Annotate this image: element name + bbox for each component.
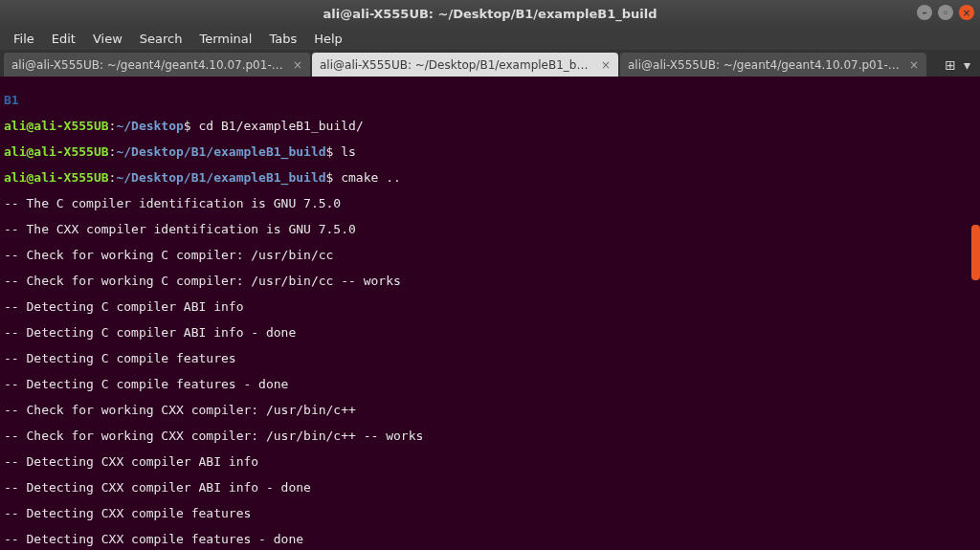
prompt-command: ls: [341, 144, 356, 159]
menu-bar: File Edit View Search Terminal Tabs Help: [0, 27, 980, 50]
window-title: ali@ali-X555UB: ~/Desktop/B1/exampleB1_b…: [323, 7, 657, 21]
terminal-output: -- Detecting C compile features - done: [4, 378, 976, 391]
tab-label: ali@ali-X555UB: ~/geant4/geant4.10.07.p0…: [628, 58, 902, 72]
prompt-user: ali@ali-X555UB: [4, 144, 109, 159]
tab-close-icon[interactable]: ×: [293, 58, 302, 72]
terminal-output: -- Detecting C compiler ABI info: [4, 300, 976, 314]
terminal-output: -- Detecting CXX compiler ABI info: [4, 455, 976, 469]
minimize-button[interactable]: –: [917, 5, 932, 20]
tab-close-icon[interactable]: ×: [601, 58, 611, 72]
terminal-tab[interactable]: ali@ali-X555UB: ~/Desktop/B1/exampleB1_b…: [312, 53, 618, 77]
window-controls: – ◦ ×: [917, 5, 974, 20]
terminal-output: -- Check for working C compiler: /usr/bi…: [4, 275, 976, 288]
terminal-output: -- Check for working CXX compiler: /usr/…: [4, 429, 976, 443]
close-button[interactable]: ×: [959, 5, 974, 20]
tab-label: ali@ali-X555UB: ~/geant4/geant4.10.07.p0…: [11, 58, 285, 72]
tab-label: ali@ali-X555UB: ~/Desktop/B1/exampleB1_b…: [320, 58, 593, 72]
tab-toolbar: ⊞ ▾: [939, 53, 976, 77]
prompt-user: ali@ali-X555UB: [4, 119, 109, 133]
prompt-user: ali@ali-X555UB: [4, 170, 109, 185]
terminal-output: -- Check for working C compiler: /usr/bi…: [4, 249, 976, 262]
terminal-tab[interactable]: ali@ali-X555UB: ~/geant4/geant4.10.07.p0…: [620, 53, 926, 77]
terminal-output: -- Detecting CXX compiler ABI info - don…: [4, 481, 976, 495]
terminal-viewport[interactable]: B1 ali@ali-X555UB:~/Desktop$ cd B1/examp…: [0, 77, 980, 550]
prompt-path: ~/Desktop/B1/exampleB1_build: [116, 144, 325, 159]
prompt-command: cmake ..: [341, 170, 401, 185]
menu-view[interactable]: View: [85, 29, 130, 49]
terminal-output: -- Detecting C compile features: [4, 352, 976, 365]
maximize-button[interactable]: ◦: [938, 5, 953, 20]
menu-help[interactable]: Help: [306, 29, 350, 49]
prompt-path: ~/Desktop: [116, 119, 183, 133]
terminal-tab[interactable]: ali@ali-X555UB: ~/geant4/geant4.10.07.p0…: [4, 53, 310, 77]
terminal-output: -- Detecting CXX compile features - done: [4, 533, 976, 546]
terminal-output: -- Check for working CXX compiler: /usr/…: [4, 404, 976, 417]
window-titlebar: ali@ali-X555UB: ~/Desktop/B1/exampleB1_b…: [0, 0, 980, 27]
menu-terminal[interactable]: Terminal: [191, 29, 259, 49]
scrollbar-thumb[interactable]: [971, 225, 980, 280]
terminal-output: -- The CXX compiler identification is GN…: [4, 223, 976, 236]
menu-file[interactable]: File: [6, 29, 42, 49]
prompt-command: cd B1/exampleB1_build/: [199, 119, 364, 133]
tab-overflow-icon[interactable]: ▾: [964, 57, 970, 73]
terminal-text: B1: [4, 93, 19, 107]
menu-search[interactable]: Search: [132, 29, 190, 49]
tab-bar: ali@ali-X555UB: ~/geant4/geant4.10.07.p0…: [0, 50, 980, 77]
menu-edit[interactable]: Edit: [44, 29, 83, 49]
new-tab-icon[interactable]: ⊞: [945, 57, 956, 73]
terminal-output: -- Detecting C compiler ABI info - done: [4, 326, 976, 340]
terminal-output: -- The C compiler identification is GNU …: [4, 197, 976, 210]
terminal-output: -- Detecting CXX compile features: [4, 507, 976, 520]
prompt-path: ~/Desktop/B1/exampleB1_build: [116, 170, 325, 185]
tab-close-icon[interactable]: ×: [909, 58, 919, 72]
menu-tabs[interactable]: Tabs: [261, 29, 304, 49]
